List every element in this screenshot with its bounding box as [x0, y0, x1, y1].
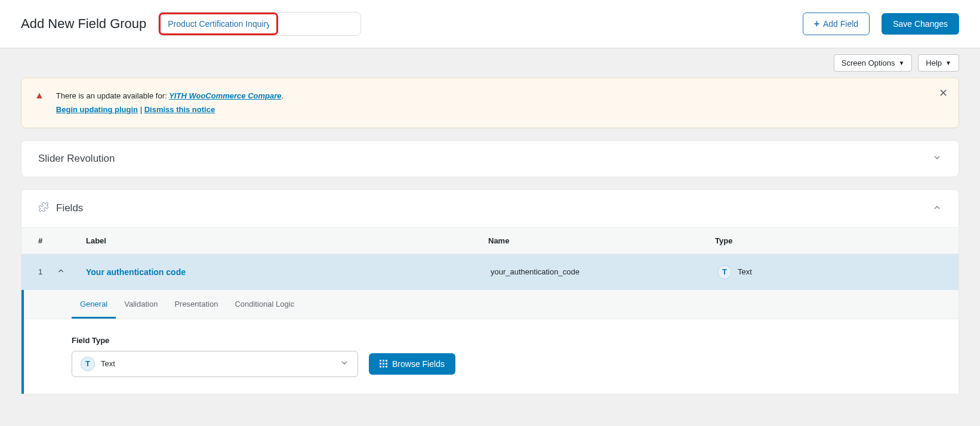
tab-validation[interactable]: Validation — [116, 290, 166, 319]
notice-prefix: There is an update available for: — [56, 91, 169, 100]
col-header-name: Name — [488, 236, 715, 245]
row-number: 1 — [38, 267, 42, 276]
field-group-title-input[interactable] — [159, 13, 278, 35]
close-icon: ✕ — [939, 87, 948, 99]
grid-icon — [380, 360, 387, 368]
help-label: Help — [926, 58, 942, 67]
field-row-num: 1 — [38, 267, 86, 277]
plugin-link[interactable]: YITH WooCommerce Compare — [169, 91, 281, 100]
begin-update-link[interactable]: Begin updating plugin — [56, 105, 138, 114]
notice-separator: | — [138, 105, 144, 114]
dismiss-notice-link[interactable]: Dismiss this notice — [144, 105, 215, 114]
dismiss-notice-button[interactable]: ✕ — [939, 87, 948, 100]
fields-table-header: # Label Name Type — [21, 227, 959, 254]
fields-panel: Fields # Label Name Type 1 Your authenti… — [21, 189, 959, 394]
slider-revolution-header[interactable]: Slider Revolution — [21, 141, 959, 177]
meta-bar: Screen Options ▼ Help ▼ — [0, 48, 980, 78]
slider-revolution-title: Slider Revolution — [38, 153, 115, 165]
row-collapse-toggle[interactable] — [57, 267, 65, 277]
browse-fields-label: Browse Fields — [392, 359, 445, 369]
plus-icon: + — [814, 18, 819, 29]
col-header-label: Label — [86, 236, 488, 245]
slider-revolution-panel: Slider Revolution — [21, 140, 959, 177]
notice-body: There is an update available for: YITH W… — [56, 89, 945, 117]
field-editor: General Validation Presentation Conditio… — [21, 290, 959, 394]
field-type-row: T Text Browse Fields — [72, 351, 959, 377]
content-area: ▲ There is an update available for: YITH… — [0, 78, 980, 426]
type-badge-icon: T — [81, 357, 95, 371]
field-type-select[interactable]: T Text — [72, 351, 358, 377]
field-type-label: Field Type — [72, 336, 959, 345]
type-badge-icon: T — [717, 265, 732, 279]
type-label: Text — [738, 267, 752, 276]
page-title: Add New Field Group — [21, 16, 146, 32]
screen-options-label: Screen Options — [842, 58, 895, 67]
triangle-down-icon: ▼ — [945, 60, 951, 66]
browse-fields-button[interactable]: Browse Fields — [369, 353, 455, 375]
warning-icon: ▲ — [35, 90, 44, 101]
title-input-wrapper — [158, 12, 361, 36]
screen-options-button[interactable]: Screen Options ▼ — [834, 54, 913, 72]
triangle-down-icon: ▼ — [898, 60, 904, 66]
puzzle-icon — [38, 202, 49, 215]
chevron-down-icon — [340, 358, 349, 369]
add-field-label: Add Field — [823, 19, 858, 29]
editor-tabs: General Validation Presentation Conditio… — [24, 290, 959, 319]
tab-presentation[interactable]: Presentation — [166, 290, 226, 319]
field-row[interactable]: 1 Your authentication code your_authenti… — [21, 254, 959, 290]
tab-conditional-logic[interactable]: Conditional Logic — [226, 290, 303, 319]
header-bar: Add New Field Group + Add Field Save Cha… — [0, 0, 980, 48]
field-row-type: T Text — [717, 265, 944, 279]
fields-panel-header[interactable]: Fields — [21, 190, 959, 227]
col-header-num: # — [38, 236, 86, 245]
field-type-value: Text — [101, 359, 115, 368]
update-notice: ▲ There is an update available for: YITH… — [21, 78, 959, 128]
field-row-name: your_authentication_code — [491, 267, 717, 276]
col-header-type: Type — [715, 236, 942, 245]
add-field-button[interactable]: + Add Field — [803, 13, 870, 35]
tab-general[interactable]: General — [72, 290, 116, 319]
editor-body: Field Type T Text Browse Fields — [24, 319, 959, 394]
fields-panel-title: Fields — [38, 202, 83, 215]
notice-suffix: . — [281, 91, 283, 100]
chevron-down-icon — [932, 153, 942, 164]
chevron-up-icon — [932, 203, 942, 214]
help-button[interactable]: Help ▼ — [918, 54, 959, 72]
save-changes-button[interactable]: Save Changes — [882, 13, 959, 35]
fields-title-text: Fields — [56, 202, 83, 214]
field-row-label[interactable]: Your authentication code — [86, 267, 491, 277]
